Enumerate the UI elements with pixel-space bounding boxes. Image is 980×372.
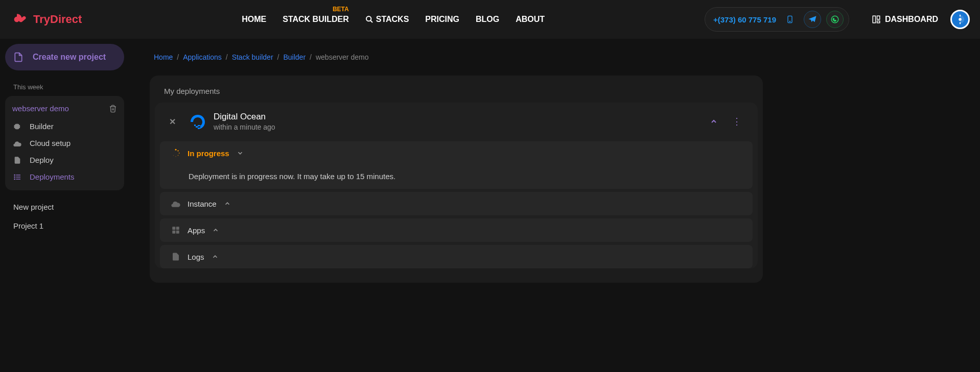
brand-logo[interactable]: TryDirect xyxy=(13,13,82,26)
whatsapp-icon[interactable] xyxy=(826,11,844,28)
delete-project-icon[interactable] xyxy=(109,105,117,113)
app-header: TryDirect HOME STACK BUILDER BETA STACKS… xyxy=(0,0,980,39)
sidebar: Create new project This week webserver d… xyxy=(0,39,129,372)
deployment-item: ✕ Digital Ocean within a minute ago ⋮ xyxy=(155,103,758,268)
sidebar-item-label: Cloud setup xyxy=(30,139,71,147)
sidebar-item-cloud-setup[interactable]: Cloud setup xyxy=(5,135,124,152)
nav-stack-builder[interactable]: STACK BUILDER BETA xyxy=(283,15,348,24)
instance-label: Instance xyxy=(188,200,217,208)
svg-point-14 xyxy=(14,177,15,177)
cloud-icon xyxy=(171,199,180,208)
user-avatar[interactable] xyxy=(950,10,970,29)
svg-rect-25 xyxy=(176,231,179,234)
create-project-button[interactable]: Create new project xyxy=(5,44,124,70)
section-instance[interactable]: Instance xyxy=(160,192,753,215)
main-nav: HOME STACK BUILDER BETA STACKS PRICING B… xyxy=(242,15,545,24)
svg-point-13 xyxy=(14,175,15,175)
beta-badge: BETA xyxy=(333,6,349,13)
section-apps[interactable]: Apps xyxy=(160,218,753,242)
collapse-icon[interactable] xyxy=(710,117,718,126)
sidebar-item-label: Builder xyxy=(30,122,54,131)
sidebar-item-deployments[interactable]: Deployments xyxy=(5,168,124,185)
nav-stacks[interactable]: STACKS xyxy=(365,15,409,24)
svg-point-3 xyxy=(789,21,790,21)
sidebar-group-label: This week xyxy=(13,83,124,91)
breadcrumb-current: webserver demo xyxy=(316,53,369,61)
apps-icon xyxy=(171,226,180,235)
svg-rect-24 xyxy=(172,231,175,234)
logs-icon xyxy=(171,252,180,261)
nav-home[interactable]: HOME xyxy=(242,15,266,24)
search-icon xyxy=(365,15,374,23)
svg-rect-6 xyxy=(877,16,880,19)
apps-label: Apps xyxy=(188,226,205,235)
svg-point-20 xyxy=(175,156,176,157)
body: Create new project This week webserver d… xyxy=(0,39,980,372)
project-name[interactable]: webserver demo xyxy=(12,104,69,113)
deployment-provider: Digital Ocean xyxy=(214,112,275,122)
svg-point-17 xyxy=(177,150,178,151)
breadcrumb-home[interactable]: Home xyxy=(154,53,173,61)
svg-rect-7 xyxy=(877,21,880,23)
logs-label: Logs xyxy=(188,253,204,261)
dashboard-label: DASHBOARD xyxy=(885,15,938,24)
contact-pill: +(373) 60 775 719 xyxy=(705,7,849,32)
nav-pricing[interactable]: PRICING xyxy=(425,15,459,24)
chevron-up-icon xyxy=(212,227,219,234)
svg-point-21 xyxy=(173,155,174,156)
card-title: My deployments xyxy=(150,87,763,103)
deployment-title-block: Digital Ocean within a minute ago xyxy=(214,112,275,131)
chevron-up-icon xyxy=(224,200,231,207)
file-plus-icon xyxy=(13,51,24,63)
svg-point-0 xyxy=(366,16,371,21)
breadcrumb-builder[interactable]: Builder xyxy=(283,53,306,61)
svg-rect-23 xyxy=(176,227,179,230)
sidebar-item-label: Deployments xyxy=(30,172,75,181)
deployment-actions: ⋮ xyxy=(710,116,748,127)
file-icon xyxy=(13,156,22,164)
project-header: webserver demo xyxy=(5,101,124,118)
brand-name: TryDirect xyxy=(33,13,82,26)
svg-point-4 xyxy=(831,16,838,23)
chevron-down-icon xyxy=(237,150,244,157)
breadcrumb-stack-builder[interactable]: Stack builder xyxy=(232,53,273,61)
digitalocean-icon xyxy=(189,113,206,130)
logo-icon xyxy=(13,14,29,25)
svg-point-18 xyxy=(179,153,180,154)
nav-stack-builder-label: STACK BUILDER xyxy=(283,15,348,24)
dashboard-button[interactable]: DASHBOARD xyxy=(872,15,938,24)
nav-about[interactable]: ABOUT xyxy=(516,15,545,24)
nav-stacks-label: STACKS xyxy=(376,15,409,24)
nav-blog[interactable]: BLOG xyxy=(476,15,499,24)
svg-point-9 xyxy=(959,18,962,21)
section-progress[interactable]: In progress Deployment is in progress no… xyxy=(160,141,753,189)
progress-description: Deployment is in progress now. It may ta… xyxy=(189,172,395,181)
create-project-label: Create new project xyxy=(33,53,106,62)
svg-point-19 xyxy=(178,155,179,156)
mobile-icon[interactable] xyxy=(781,11,799,28)
svg-line-1 xyxy=(370,20,372,22)
gear-icon xyxy=(13,122,22,131)
phone-number[interactable]: +(373) 60 775 719 xyxy=(710,15,776,24)
sidebar-item-project1[interactable]: Project 1 xyxy=(5,216,124,235)
dashboard-icon xyxy=(872,15,881,24)
cloud-icon xyxy=(13,139,22,147)
breadcrumb-applications[interactable]: Applications xyxy=(183,53,222,61)
active-project-block: webserver demo Builder Cloud setup Deplo… xyxy=(5,96,124,190)
sidebar-item-new-project[interactable]: New project xyxy=(5,197,124,216)
section-logs[interactable]: Logs xyxy=(160,245,753,268)
close-icon[interactable]: ✕ xyxy=(169,117,176,127)
main-content: Home/ Applications/ Stack builder/ Build… xyxy=(129,39,980,372)
progress-label: In progress xyxy=(188,149,229,158)
svg-rect-22 xyxy=(172,227,175,230)
list-icon xyxy=(13,173,22,181)
breadcrumb: Home/ Applications/ Stack builder/ Build… xyxy=(154,53,960,61)
sidebar-item-deploy[interactable]: Deploy xyxy=(5,152,124,168)
sidebar-item-builder[interactable]: Builder xyxy=(5,118,124,135)
telegram-icon[interactable] xyxy=(804,11,821,28)
sidebar-item-label: Deploy xyxy=(30,156,54,164)
svg-point-16 xyxy=(175,149,177,151)
header-right: +(373) 60 775 719 DASHBOARD xyxy=(705,7,970,32)
deployments-card: My deployments ✕ Digital Ocean within a … xyxy=(150,76,763,283)
more-menu-icon[interactable]: ⋮ xyxy=(732,116,741,127)
